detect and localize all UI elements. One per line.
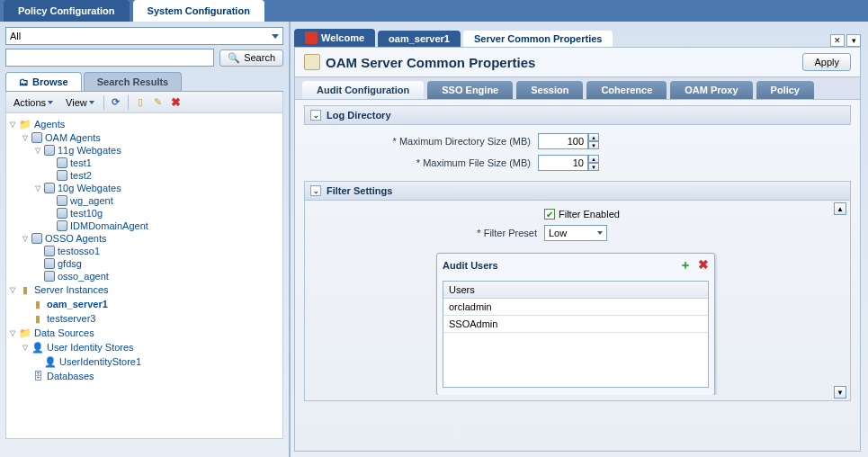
close-tab-icon[interactable]: ✕ (830, 34, 845, 47)
section-filter-settings[interactable]: ⌄ Filter Settings (304, 181, 851, 201)
collapse-icon[interactable]: ▽ (8, 329, 16, 337)
input-max-file-size[interactable] (538, 155, 588, 171)
tree-label: gfdsg (58, 258, 82, 269)
chevron-down-icon (89, 101, 94, 104)
search-input[interactable] (5, 49, 214, 67)
tree-node-oamserver1[interactable]: ▮oam_server1 (8, 297, 281, 311)
tree-label: osso_agent (58, 271, 109, 282)
collapse-icon[interactable]: ▽ (21, 134, 29, 142)
spinner-up-icon[interactable]: ▲ (588, 133, 599, 141)
tree-node-wgagent[interactable]: wg_agent (8, 194, 281, 207)
oracle-icon (305, 31, 318, 44)
section-log-directory[interactable]: ⌄ Log Directory (304, 105, 851, 125)
collapse-icon[interactable]: ▽ (21, 344, 29, 352)
collapse-icon[interactable]: ▽ (21, 235, 29, 243)
refresh-icon[interactable]: ⟳ (110, 96, 122, 109)
nav-tree[interactable]: ▽📁Agents ▽OAM Agents ▽11g Webgates test1… (5, 113, 283, 439)
tree-label: testserver3 (47, 313, 95, 324)
subtab-audit[interactable]: Audit Configuration (302, 81, 424, 99)
tree-node-idm[interactable]: IDMDomainAgent (8, 220, 281, 232)
subtab-coherence[interactable]: Coherence (586, 81, 667, 99)
apply-button[interactable]: Apply (802, 53, 851, 71)
tree-node-10g[interactable]: ▽10g Webgates (8, 182, 281, 194)
tab-browse[interactable]: 🗂 Browse (5, 72, 82, 91)
tree-node-oam-agents[interactable]: ▽OAM Agents (8, 131, 281, 144)
tab-welcome[interactable]: Welcome (294, 29, 375, 47)
agent-icon (57, 208, 67, 219)
spinner-down-icon[interactable]: ▼ (588, 163, 599, 171)
delete-icon[interactable]: ✖ (170, 96, 183, 109)
collapse-icon[interactable]: ▽ (8, 121, 16, 129)
server-icon: ▮ (19, 283, 31, 296)
input-max-dir-size[interactable] (538, 133, 588, 149)
audit-col-header: Users (443, 282, 708, 299)
tree-node-ossoagent[interactable]: osso_agent (8, 270, 281, 282)
tab-welcome-label: Welcome (321, 32, 364, 43)
checkbox-filter-enabled[interactable]: ✔ (544, 209, 555, 220)
tab-oamserver1[interactable]: oam_server1 (378, 31, 461, 47)
new-icon[interactable]: ▯ (134, 96, 147, 109)
search-button[interactable]: 🔍 Search (219, 49, 283, 67)
tree-node-gfdsg[interactable]: gfdsg (8, 257, 281, 270)
tree-node-test1[interactable]: test1 (8, 157, 281, 169)
tab-system-config[interactable]: System Configuration (133, 0, 264, 22)
tree-node-agents[interactable]: ▽📁Agents (8, 117, 281, 131)
content-frame: OAM Server Common Properties Apply Audit… (294, 47, 861, 452)
spacer-icon (46, 222, 54, 230)
tab-server-common-props[interactable]: Server Common Properties (463, 31, 613, 47)
collapse-icon: ⌄ (310, 185, 321, 196)
table-row[interactable]: orcladmin (443, 299, 708, 316)
delete-icon[interactable]: ✖ (698, 257, 709, 272)
user-icon: 👤 (44, 355, 57, 368)
spacer-icon (46, 159, 54, 167)
tree-node-11g[interactable]: ▽11g Webgates (8, 144, 281, 157)
tree-label: Data Sources (34, 327, 94, 338)
view-menu[interactable]: View (62, 95, 98, 110)
tree-label: Agents (34, 119, 65, 130)
table-row[interactable]: SSOAdmin (443, 316, 708, 333)
search-button-label: Search (244, 52, 275, 63)
agent-icon (57, 170, 67, 181)
tree-label: OSSO Agents (45, 233, 106, 244)
tree-node-testosso1[interactable]: testosso1 (8, 245, 281, 257)
page-title: OAM Server Common Properties (326, 55, 535, 70)
tree-toolbar: Actions View ⟳ ▯ ✎ ✖ (5, 92, 283, 113)
edit-icon[interactable]: ✎ (152, 96, 165, 109)
tree-node-osso[interactable]: ▽OSSO Agents (8, 232, 281, 245)
select-filter-preset[interactable]: Low (544, 225, 607, 241)
tree-node-server-instances[interactable]: ▽▮Server Instances (8, 282, 281, 297)
add-icon[interactable]: ＋ (679, 257, 692, 272)
tab-policy-config[interactable]: Policy Configuration (4, 0, 130, 22)
agent-icon (57, 157, 67, 168)
tree-node-userstore1[interactable]: 👤UserIdentityStore1 (8, 354, 281, 369)
content-tab-bar: Welcome oam_server1 Server Common Proper… (294, 27, 861, 47)
search-icon: 🔍 (228, 52, 240, 64)
actions-menu[interactable]: Actions (10, 95, 57, 110)
tree-label: OAM Agents (45, 132, 101, 143)
chevron-down-icon (597, 231, 603, 235)
tree-node-databases[interactable]: 🗄Databases (8, 369, 281, 383)
subtab-oamproxy[interactable]: OAM Proxy (670, 81, 752, 99)
search-scope-select[interactable]: All (5, 27, 283, 45)
collapse-icon[interactable]: ▽ (33, 184, 41, 193)
subtab-policy[interactable]: Policy (756, 81, 814, 99)
subtab-sso[interactable]: SSO Engine (427, 81, 513, 99)
collapse-icon[interactable]: ▽ (33, 147, 41, 155)
tree-node-testserver3[interactable]: ▮testserver3 (8, 311, 281, 326)
tree-node-user-identity[interactable]: ▽👤User Identity Stores (8, 340, 281, 354)
tree-label: IDMDomainAgent (70, 220, 148, 231)
tab-list-icon[interactable]: ▾ (846, 34, 861, 47)
tree-node-datasource[interactable]: ▽📁Data Sources (8, 326, 281, 340)
spinner-down-icon[interactable]: ▼ (588, 141, 599, 149)
spacer-icon (46, 210, 54, 218)
spinner-up-icon[interactable]: ▲ (588, 155, 599, 163)
agent-icon (57, 220, 67, 231)
tab-search-results[interactable]: Search Results (84, 72, 182, 91)
agent-icon (44, 258, 55, 269)
tree-node-test2[interactable]: test2 (8, 169, 281, 182)
chevron-down-icon (48, 101, 53, 104)
subtab-session[interactable]: Session (516, 81, 583, 99)
collapse-icon[interactable]: ▽ (8, 286, 16, 294)
tree-node-test10g[interactable]: test10g (8, 207, 281, 220)
server-icon: ▮ (31, 312, 44, 325)
